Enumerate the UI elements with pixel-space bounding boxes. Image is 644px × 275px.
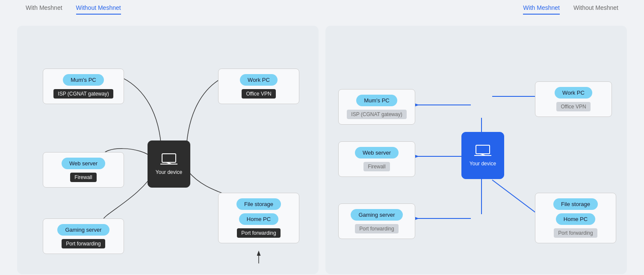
firewall-label: Firewall — [70, 173, 96, 182]
left-tab-without-meshnet[interactable]: Without Meshnet — [76, 4, 121, 15]
port-forwarding-right-label-right: Port forwarding — [554, 228, 597, 238]
gaming-server-oval: Gaming server — [57, 224, 109, 236]
home-pc-oval-left: Home PC — [239, 213, 278, 225]
laptop-icon-left — [160, 152, 177, 166]
mums-pc-oval-right: Mum's PC — [356, 95, 397, 106]
your-device-label-left: Your device — [156, 169, 182, 176]
gaming-server-oval-right: Gaming server — [351, 209, 402, 221]
left-tabs-group: With Meshnet Without Meshnet — [26, 0, 121, 19]
isp-gateway-label: ISP (CGNAT gateway) — [53, 89, 113, 99]
left-tab-with-meshnet[interactable]: With Meshnet — [26, 4, 62, 15]
your-device-box-right: Your device — [461, 132, 504, 179]
web-server-oval: Web server — [62, 158, 105, 169]
work-pc-oval-left: Work PC — [240, 74, 278, 86]
home-pc-oval-right: Home PC — [556, 213, 595, 225]
port-forwarding-right-label: Port forwarding — [237, 228, 280, 238]
mums-pc-box-right: Mum's PC ISP (CGNAT gateway) — [338, 89, 415, 125]
your-device-box-left: Your device — [148, 140, 190, 188]
firewall-label-right: Firewall — [363, 162, 390, 171]
home-pc-box-left: File storage Home PC Port forwarding — [218, 193, 299, 243]
web-server-box: Web server Firewall — [43, 152, 124, 188]
laptop-icon-right — [474, 143, 491, 157]
web-server-box-right: Web server Firewall — [338, 141, 415, 177]
mums-pc-oval: Mum's PC — [63, 74, 104, 86]
right-tab-with-meshnet[interactable]: With Meshnet — [523, 4, 560, 15]
right-diagram-panel: Mum's PC ISP (CGNAT gateway) Web server … — [325, 26, 627, 274]
work-pc-oval-right: Work PC — [555, 87, 592, 99]
right-tab-without-meshnet[interactable]: Without Meshnet — [573, 4, 618, 15]
mums-pc-box: Mum's PC ISP (CGNAT gateway) — [43, 69, 124, 104]
left-diagram-panel: Mum's PC ISP (CGNAT gateway) Web server … — [17, 26, 319, 274]
office-vpn-label-left: Office VPN — [242, 89, 275, 99]
file-storage-oval-left: File storage — [236, 198, 281, 210]
svg-rect-7 — [162, 154, 176, 162]
your-device-label-right: Your device — [470, 161, 496, 167]
port-forwarding-left-label: Port forwarding — [62, 239, 105, 248]
top-tabs-bar: With Meshnet Without Meshnet With Meshne… — [0, 0, 644, 19]
gaming-server-box: Gaming server Port forwarding — [43, 218, 124, 254]
main-content: Mum's PC ISP (CGNAT gateway) Web server … — [0, 19, 644, 275]
right-tabs-group: With Meshnet Without Meshnet — [523, 0, 618, 19]
work-pc-box-right: Work PC Office VPN — [535, 81, 612, 117]
office-vpn-label-right: Office VPN — [556, 102, 590, 111]
web-server-oval-right: Web server — [355, 147, 399, 158]
work-pc-box-left: Work PC Office VPN — [218, 69, 299, 104]
home-pc-box-right: File storage Home PC Port forwarding — [535, 193, 616, 243]
isp-gateway-label-right: ISP (CGNAT gateway) — [347, 110, 406, 119]
file-storage-oval-right: File storage — [553, 198, 598, 210]
gaming-server-box-right: Gaming server Port forwarding — [338, 203, 415, 239]
port-forwarding-left-label-right: Port forwarding — [355, 224, 398, 233]
svg-rect-16 — [476, 145, 490, 154]
